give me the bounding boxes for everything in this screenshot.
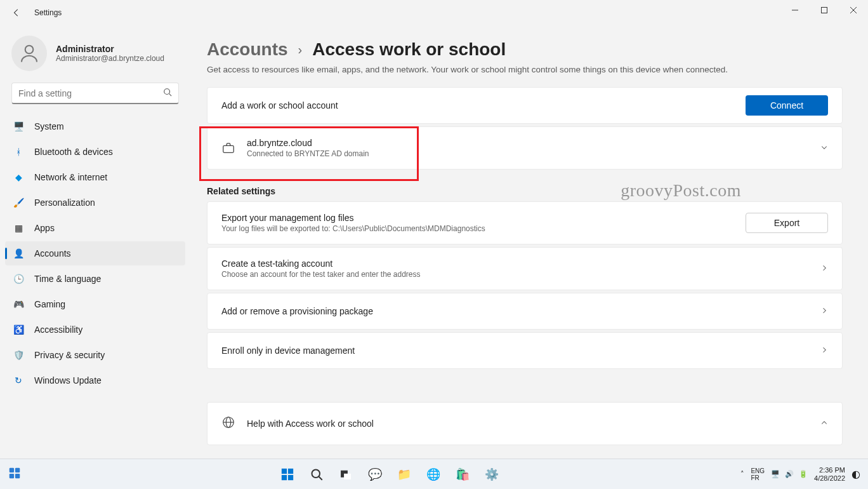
sidebar-item-bluetooth[interactable]: ᚼBluetooth & devices: [5, 140, 185, 164]
connect-button[interactable]: Connect: [746, 95, 828, 116]
sidebar-item-accessibility[interactable]: ♿Accessibility: [5, 318, 185, 342]
sidebar-item-windows-update[interactable]: ↻Windows Update: [5, 368, 185, 392]
close-button[interactable]: [839, 0, 868, 20]
titlebar: Settings: [0, 0, 868, 25]
chevron-right-icon: [820, 345, 828, 356]
taskbar: 💬 📁 🌐 🛍️ ⚙️ ˄ ENG FR 🖥️ 🔊 🔋 2:36 PM 4/28…: [0, 459, 868, 489]
breadcrumb-parent[interactable]: Accounts: [207, 39, 288, 60]
task-view-button[interactable]: [333, 462, 358, 487]
enroll-title: Enroll only in device management: [221, 345, 809, 356]
sidebar-item-label: Personalization: [34, 198, 95, 208]
export-button[interactable]: Export: [746, 213, 828, 233]
sidebar-item-apps[interactable]: ▦Apps: [5, 216, 185, 240]
sidebar-item-accounts[interactable]: 👤Accounts: [5, 241, 185, 265]
svg-rect-18: [288, 474, 293, 479]
sidebar-item-label: Windows Update: [34, 375, 102, 385]
sidebar-item-gaming[interactable]: 🎮Gaming: [5, 292, 185, 316]
app-title: Settings: [34, 8, 62, 17]
clock-date: 4/28/2022: [814, 474, 845, 483]
page-description: Get access to resources like email, apps…: [207, 65, 843, 74]
page-title: Access work or school: [312, 39, 506, 60]
chevron-up-icon: [820, 418, 828, 429]
search-button[interactable]: [304, 462, 329, 487]
sidebar-item-personalization[interactable]: 🖌️Personalization: [5, 191, 185, 215]
export-subtitle: Your log files will be exported to: C:\U…: [221, 224, 734, 233]
export-title: Export your management log files: [221, 213, 734, 223]
wifi-icon: ◆: [13, 171, 24, 183]
test-taking-subtitle: Choose an account for the test taker and…: [221, 270, 809, 279]
avatar: [11, 36, 47, 71]
svg-rect-12: [15, 467, 20, 472]
accessibility-icon: ♿: [13, 324, 24, 335]
enroll-card[interactable]: Enroll only in device management: [207, 332, 843, 369]
update-icon: ↻: [13, 375, 24, 386]
user-block[interactable]: Administrator Administrator@ad.bryntze.c…: [0, 32, 190, 83]
main-content: Accounts › Access work or school Get acc…: [190, 25, 868, 459]
back-button[interactable]: [4, 0, 29, 25]
language-switcher[interactable]: ENG FR: [751, 467, 765, 481]
svg-line-6: [169, 93, 172, 96]
test-taking-card[interactable]: Create a test-taking account Choose an a…: [207, 247, 843, 290]
svg-rect-17: [282, 474, 287, 479]
chat-icon[interactable]: 💬: [362, 462, 388, 487]
lang-secondary: FR: [751, 474, 765, 481]
sidebar-item-label: Accounts: [34, 248, 71, 258]
add-account-card: Add a work or school account Connect: [207, 87, 843, 124]
network-tray-icon[interactable]: 🖥️: [771, 470, 780, 478]
chevron-right-icon: ›: [298, 43, 303, 57]
globe-clock-icon: 🕒: [13, 273, 24, 285]
nav-list: 🖥️System ᚼBluetooth & devices ◆Network &…: [0, 114, 190, 392]
volume-tray-icon[interactable]: 🔊: [785, 470, 794, 478]
file-explorer-icon[interactable]: 📁: [391, 462, 417, 487]
battery-tray-icon[interactable]: 🔋: [799, 470, 808, 478]
settings-icon[interactable]: ⚙️: [479, 462, 504, 487]
store-icon[interactable]: 🛍️: [450, 462, 475, 487]
clock[interactable]: 2:36 PM 4/28/2022: [814, 466, 845, 483]
edge-icon[interactable]: 🌐: [421, 462, 446, 487]
maximize-button[interactable]: [810, 0, 839, 20]
sidebar-item-label: System: [34, 121, 64, 131]
sidebar-item-label: Time & language: [34, 274, 101, 284]
svg-point-4: [25, 46, 34, 54]
tray-chevron-up-icon[interactable]: ˄: [740, 470, 744, 478]
briefcase-icon: [221, 141, 235, 155]
svg-rect-14: [15, 473, 20, 478]
svg-rect-1: [822, 8, 827, 13]
start-button[interactable]: [275, 462, 300, 487]
svg-rect-7: [223, 145, 234, 152]
provisioning-title: Add or remove a provisioning package: [221, 306, 809, 316]
chevron-right-icon: [820, 263, 828, 274]
user-name: Administrator: [56, 44, 164, 54]
svg-rect-15: [282, 468, 287, 473]
svg-rect-16: [288, 468, 293, 473]
search-field[interactable]: [18, 88, 163, 98]
bluetooth-icon: ᚼ: [13, 146, 24, 157]
connected-account-card[interactable]: ad.bryntze.cloud Connected to BRYNTZE AD…: [207, 126, 843, 170]
system-icon: 🖥️: [13, 121, 24, 132]
test-taking-title: Create a test-taking account: [221, 258, 809, 269]
apps-icon: ▦: [13, 222, 24, 234]
svg-rect-11: [10, 467, 14, 472]
sidebar-item-system[interactable]: 🖥️System: [5, 114, 185, 138]
export-logs-card: Export your management log files Your lo…: [207, 201, 843, 245]
search-input[interactable]: [11, 83, 179, 104]
help-title: Help with Access work or school: [247, 419, 809, 429]
sidebar-item-label: Bluetooth & devices: [34, 147, 113, 157]
sidebar-item-label: Gaming: [34, 299, 65, 309]
provisioning-card[interactable]: Add or remove a provisioning package: [207, 293, 843, 330]
sidebar: Administrator Administrator@ad.bryntze.c…: [0, 25, 190, 459]
user-email: Administrator@ad.bryntze.cloud: [56, 54, 164, 63]
sidebar-item-time-language[interactable]: 🕒Time & language: [5, 267, 185, 291]
shield-icon: 🛡️: [13, 349, 24, 361]
help-card[interactable]: Help with Access work or school: [207, 402, 843, 445]
sidebar-item-label: Apps: [34, 223, 55, 233]
sidebar-item-network[interactable]: ◆Network & internet: [5, 165, 185, 189]
person-icon: 👤: [13, 248, 24, 259]
notifications-icon[interactable]: ◐: [852, 468, 860, 480]
related-settings-heading: Related settings: [207, 186, 843, 196]
svg-point-19: [312, 469, 320, 478]
sidebar-item-privacy[interactable]: 🛡️Privacy & security: [5, 343, 185, 367]
widgets-icon[interactable]: [8, 466, 22, 483]
add-account-label: Add a work or school account: [221, 100, 734, 111]
minimize-button[interactable]: [780, 0, 810, 20]
